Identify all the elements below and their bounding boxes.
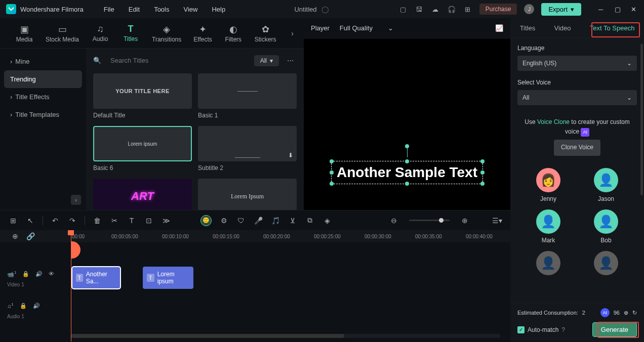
zoom-slider[interactable] xyxy=(409,220,450,221)
refresh-icon[interactable]: ↻ xyxy=(632,310,637,316)
resize-handle-bl[interactable] xyxy=(330,182,334,186)
tab-stickers[interactable]: ✿Stickers xyxy=(250,21,281,46)
menu-view[interactable]: View xyxy=(183,6,197,13)
text-selection-box[interactable]: Another Sample Text xyxy=(331,161,483,184)
video-track[interactable]: TAnother Sa... TLorem ipsum xyxy=(0,263,510,293)
tab-stock-media[interactable]: ▭Stock Media xyxy=(41,21,84,46)
title-card-subtitle2[interactable]: ⬇Subtitle 2 xyxy=(198,126,297,172)
snapshot-icon[interactable]: 📈 xyxy=(495,24,503,32)
save-icon[interactable]: 🖫 xyxy=(415,5,424,14)
device-icon[interactable]: ▢ xyxy=(398,5,408,14)
resize-handle-bm[interactable] xyxy=(405,182,409,186)
purchase-button[interactable]: Purchase xyxy=(479,4,517,15)
menu-help[interactable]: Help xyxy=(212,6,225,13)
right-tab-tts[interactable]: Text To Speech xyxy=(587,22,638,34)
menu-file[interactable]: File xyxy=(104,6,114,13)
menu-tools[interactable]: Tools xyxy=(154,6,169,13)
mic-icon[interactable]: 🎤 xyxy=(253,217,263,225)
minimize-button[interactable]: ─ xyxy=(598,6,606,13)
voice-jason[interactable]: 👤Jason xyxy=(582,168,630,202)
timeline-ruler[interactable]: ⊕ 🔗 00:00 00:00:05:00 00:00:10:00 00:00:… xyxy=(0,230,510,242)
maximize-button[interactable]: ▢ xyxy=(615,6,622,13)
add-credits-icon[interactable]: ⊕ xyxy=(624,310,628,316)
timeline-scroll-thumb[interactable] xyxy=(71,334,344,338)
cursor-icon[interactable]: ↖ xyxy=(25,217,35,225)
voice-bob[interactable]: 👤Bob xyxy=(582,209,630,244)
zoom-out-button[interactable]: ⊖ xyxy=(389,217,399,225)
more-tools-button[interactable]: ≫ xyxy=(161,217,171,225)
title-card-lorem[interactable]: Lorem Ipsum xyxy=(198,179,297,214)
add-track-icon[interactable]: ⊕ xyxy=(10,232,20,240)
tab-audio[interactable]: ♫Audio xyxy=(86,21,114,46)
resize-handle-br[interactable] xyxy=(480,182,485,186)
magnet-icon[interactable]: ⊻ xyxy=(288,217,298,225)
tabs-scroll-right[interactable]: › xyxy=(291,29,294,37)
resize-handle-tr[interactable] xyxy=(480,159,485,163)
right-tab-video[interactable]: Video xyxy=(551,22,574,34)
music-tool-icon[interactable]: 🎵 xyxy=(270,217,280,225)
filter-dropdown[interactable]: All▾ xyxy=(254,55,279,66)
delete-button[interactable]: 🗑 xyxy=(92,217,102,225)
ai-button[interactable]: 🙂 xyxy=(200,215,212,226)
export-button[interactable]: Export▾ xyxy=(541,3,581,16)
resize-handle-tm[interactable] xyxy=(405,159,409,163)
lock-icon[interactable]: 🔒 xyxy=(20,303,27,309)
tab-transitions[interactable]: ◈Transitions xyxy=(147,21,186,46)
generate-button[interactable]: Generate xyxy=(592,322,637,337)
mute-icon[interactable]: 🔊 xyxy=(33,303,40,309)
sidebar-item-mine[interactable]: ›Mine xyxy=(4,53,82,70)
resize-handle-mr[interactable] xyxy=(480,170,485,175)
headphones-icon[interactable]: 🎧 xyxy=(447,5,456,14)
tab-media[interactable]: ▣Media xyxy=(10,21,38,46)
voice-more1[interactable]: 👤 xyxy=(525,251,572,275)
clip-lorem[interactable]: TLorem ipsum xyxy=(143,267,193,289)
voice-mark[interactable]: 👤Mark xyxy=(525,209,572,244)
auto-match-checkbox[interactable]: ✓ Auto-match ? xyxy=(517,326,565,333)
shield-icon[interactable]: 🛡 xyxy=(236,217,246,225)
menu-edit[interactable]: Edit xyxy=(129,6,140,13)
timeline-panels-icon[interactable]: ⊞ xyxy=(8,217,18,225)
redo-button[interactable]: ↷ xyxy=(67,217,77,225)
sidebar-collapse-button[interactable]: ‹ xyxy=(71,195,81,205)
tab-titles[interactable]: TTitles xyxy=(116,21,145,46)
clone-voice-button[interactable]: Clone Voice xyxy=(554,140,600,155)
sidebar-item-title-effects[interactable]: ›Title Effects xyxy=(4,88,82,106)
voice-clone-link[interactable]: Voice Clone xyxy=(537,118,570,125)
sidebar-item-trending[interactable]: Trending xyxy=(4,70,82,88)
close-button[interactable]: ✕ xyxy=(631,6,638,13)
voice-more2[interactable]: 👤 xyxy=(582,251,630,275)
sidebar-item-title-templates[interactable]: ›Title Templates xyxy=(4,106,82,123)
apps-icon[interactable]: ⊞ xyxy=(463,5,472,14)
tab-filters[interactable]: ◐Filters xyxy=(219,21,248,46)
tab-effects[interactable]: ✦Effects xyxy=(188,21,217,46)
resize-handle-ml[interactable] xyxy=(330,170,334,175)
zoom-in-button[interactable]: ⊕ xyxy=(460,217,470,225)
more-options-button[interactable]: ⋯ xyxy=(284,57,297,64)
crop-button[interactable]: ⊡ xyxy=(144,217,154,225)
gear-outline-icon[interactable]: ⚙ xyxy=(219,217,229,225)
undo-button[interactable]: ↶ xyxy=(50,217,60,225)
clip-another-sample[interactable]: TAnother Sa... xyxy=(72,267,120,289)
title-card-art[interactable]: ART xyxy=(93,179,192,214)
marker-icon[interactable]: ◈ xyxy=(322,217,332,225)
zoom-thumb[interactable] xyxy=(439,218,444,223)
playhead[interactable] xyxy=(71,230,71,341)
audio-track-icon[interactable]: ♫1 xyxy=(7,302,14,309)
group-icon[interactable]: ⧉ xyxy=(305,216,315,225)
right-tab-titles[interactable]: Titles xyxy=(517,22,539,34)
text-tool-button[interactable]: T xyxy=(127,217,137,225)
language-dropdown[interactable]: English (US)⌄ xyxy=(517,56,637,71)
cut-button[interactable]: ✂ xyxy=(109,217,119,225)
voice-jenny[interactable]: 👩Jenny xyxy=(525,168,572,202)
title-card-default[interactable]: YOUR TITLE HEREDefault Title xyxy=(93,73,192,119)
link-icon[interactable]: 🔗 xyxy=(25,232,35,240)
view-list-icon[interactable]: ☰▾ xyxy=(492,217,502,225)
right-scrollbar[interactable] xyxy=(640,44,643,195)
timeline-scrollbar[interactable] xyxy=(71,334,500,338)
title-card-basic1[interactable]: Basic 1 xyxy=(198,73,297,119)
resize-handle-tl[interactable] xyxy=(330,159,334,163)
user-avatar[interactable]: J xyxy=(524,4,534,14)
help-icon[interactable]: ? xyxy=(561,326,565,333)
rotate-handle[interactable] xyxy=(405,144,409,148)
voice-dropdown[interactable]: All⌄ xyxy=(517,90,637,105)
